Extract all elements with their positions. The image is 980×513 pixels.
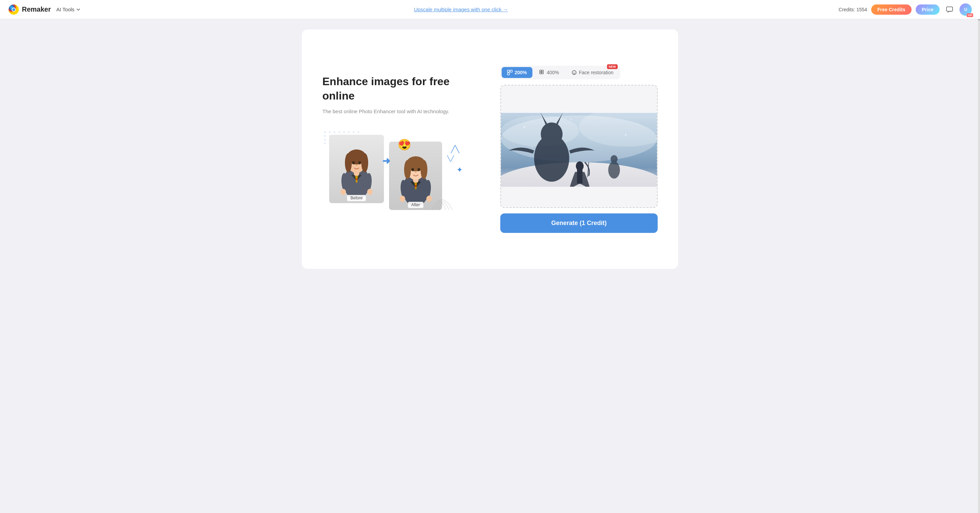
- svg-marker-7: [356, 178, 358, 180]
- svg-point-17: [352, 161, 355, 165]
- svg-point-57: [611, 155, 617, 163]
- sparkle-lines-2: ╲╱: [447, 155, 454, 162]
- svg-point-16: [361, 153, 368, 172]
- nav-actions: Credits: 1554 Free Credits Price U VIP: [839, 3, 972, 16]
- sparkle-star: ✦: [457, 165, 463, 175]
- page-title: Enhance images for free online: [322, 75, 480, 103]
- left-section: Enhance images for free online The best …: [322, 75, 480, 224]
- svg-point-31: [404, 160, 411, 179]
- logo-icon: [8, 4, 19, 15]
- fantasy-svg: [501, 113, 657, 188]
- page-subtitle: The best online Photo Enhancer tool with…: [322, 108, 449, 114]
- svg-point-52: [541, 122, 563, 145]
- svg-rect-42: [542, 72, 543, 74]
- nav-center: Upscale multiple images with one click →: [83, 6, 839, 12]
- tab-face-label: Face restoration: [579, 70, 614, 75]
- face-icon: [571, 70, 577, 75]
- logo-link[interactable]: Remaker: [8, 4, 51, 15]
- content-card: Enhance images for free online The best …: [302, 29, 678, 269]
- svg-point-32: [420, 160, 427, 179]
- generate-button[interactable]: Generate (1 Credit): [500, 213, 658, 233]
- ai-tools-menu[interactable]: AI Tools: [54, 5, 83, 14]
- crop-icon-400: [539, 70, 545, 75]
- credits-badge: Credits: 1554: [839, 7, 867, 12]
- svg-point-33: [411, 168, 414, 172]
- demo-images-container: Before ➜ 😍 ╱╲ ╲╱ ✦: [322, 128, 466, 224]
- before-image: [329, 135, 384, 203]
- tab-400-label: 400%: [547, 70, 559, 75]
- tab-face-wrapper: Face restoration NEW: [566, 67, 619, 78]
- arrow-decoration: ➜: [382, 155, 390, 167]
- svg-point-34: [417, 168, 420, 172]
- emoji-decoration: 😍: [398, 138, 411, 151]
- promo-link[interactable]: Upscale multiple images with one click →: [414, 6, 508, 12]
- svg-point-45: [574, 72, 575, 73]
- svg-rect-36: [508, 70, 509, 72]
- svg-rect-39: [539, 70, 541, 72]
- tab-400-button[interactable]: 400%: [534, 67, 565, 78]
- svg-point-2: [12, 8, 15, 11]
- before-image-wrapper: Before: [329, 135, 384, 203]
- upload-area[interactable]: [500, 85, 658, 208]
- main-wrapper: Enhance images for free online The best …: [0, 19, 980, 279]
- upload-bottom-space: [501, 187, 657, 207]
- tab-200-button[interactable]: 200%: [502, 67, 533, 78]
- svg-point-10: [340, 189, 346, 195]
- before-character-svg: [336, 138, 377, 200]
- promo-text: Upscale multiple images with one click →: [414, 6, 508, 12]
- chat-icon: [946, 6, 953, 13]
- upload-top-space: [501, 86, 657, 113]
- scrollbar[interactable]: [978, 0, 980, 513]
- crop-icon-200: [507, 70, 512, 75]
- avatar[interactable]: U VIP: [959, 3, 972, 16]
- chevron-down-icon: [76, 7, 81, 12]
- svg-point-18: [358, 161, 361, 165]
- price-button[interactable]: Price: [916, 5, 940, 15]
- svg-point-62: [531, 146, 533, 147]
- after-label: After: [408, 202, 423, 208]
- ai-tools-label: AI Tools: [56, 6, 75, 12]
- vip-badge: VIP: [967, 13, 973, 17]
- svg-point-35: [415, 172, 417, 173]
- notification-button[interactable]: [944, 4, 955, 15]
- right-section: 200% 400%: [500, 66, 658, 233]
- svg-point-54: [576, 161, 584, 170]
- tab-bar: 200% 400%: [500, 66, 620, 79]
- svg-point-15: [345, 153, 352, 172]
- new-badge: NEW: [607, 64, 617, 69]
- free-credits-button[interactable]: Free Credits: [871, 5, 912, 15]
- svg-rect-38: [508, 73, 509, 75]
- arcs-decoration: [428, 186, 456, 213]
- tab-200-label: 200%: [515, 70, 527, 75]
- logo-text: Remaker: [22, 5, 51, 13]
- avatar-initials: U: [964, 7, 967, 12]
- svg-point-58: [523, 126, 525, 128]
- svg-rect-41: [539, 72, 541, 74]
- svg-point-26: [400, 195, 405, 202]
- svg-point-11: [367, 189, 372, 195]
- svg-point-44: [573, 72, 573, 73]
- sparkle-lines-1: ╱╲: [451, 145, 459, 153]
- svg-rect-3: [947, 7, 953, 11]
- navbar: Remaker AI Tools Upscale multiple images…: [0, 0, 980, 19]
- svg-point-56: [608, 161, 620, 178]
- svg-point-61: [637, 123, 638, 124]
- fantasy-image-area: [501, 113, 657, 188]
- svg-marker-23: [415, 185, 417, 187]
- svg-point-19: [356, 165, 357, 166]
- svg-rect-40: [542, 70, 543, 72]
- svg-rect-37: [510, 70, 512, 72]
- svg-point-60: [625, 134, 627, 136]
- svg-point-59: [570, 119, 571, 120]
- before-label: Before: [347, 195, 366, 201]
